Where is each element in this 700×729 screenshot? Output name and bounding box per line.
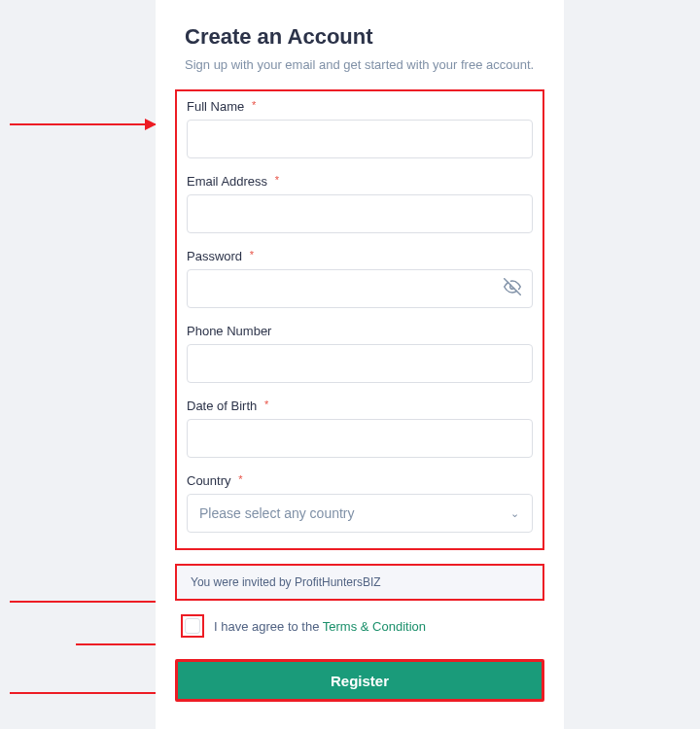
field-dob: Date of Birth *: [187, 399, 533, 458]
password-label: Password *: [187, 249, 533, 263]
full-name-label: Full Name *: [187, 99, 533, 114]
email-input[interactable]: [187, 194, 533, 233]
email-label: Email Address *: [187, 174, 533, 189]
signup-card: Create an Account Sign up with your emai…: [156, 0, 564, 729]
page-title: Create an Account: [185, 24, 535, 50]
field-phone: Phone Number: [187, 324, 533, 383]
password-input-wrapper: [187, 269, 533, 308]
form-fields-group: Full Name * Email Address * Password *: [175, 89, 544, 550]
label-text: Full Name: [187, 99, 244, 114]
required-mark: *: [238, 473, 242, 485]
annotation-arrow: [10, 123, 156, 125]
terms-link[interactable]: Terms & Condition: [323, 619, 426, 634]
field-country: Country * Please select any country ⌄: [187, 473, 533, 533]
label-text: Date of Birth: [187, 399, 257, 413]
label-text: Phone Number: [187, 324, 271, 338]
required-mark: *: [250, 249, 254, 260]
full-name-input[interactable]: [187, 120, 533, 158]
field-email: Email Address *: [187, 174, 533, 233]
label-text: Country: [187, 473, 231, 488]
terms-prefix: I have agree to the: [214, 619, 323, 634]
invite-text: You were invited by ProfitHuntersBIZ: [191, 575, 381, 589]
required-mark: *: [275, 174, 279, 186]
annotation-arrow: [10, 601, 170, 603]
terms-row: I have agree to the Terms & Condition: [181, 614, 535, 638]
checkbox-highlight: [181, 614, 204, 638]
field-full-name: Full Name *: [187, 99, 533, 158]
page-subtitle: Sign up with your email and get started …: [185, 57, 535, 72]
register-button[interactable]: Register: [175, 659, 544, 702]
phone-label: Phone Number: [187, 324, 533, 338]
dob-input[interactable]: [187, 419, 533, 458]
required-mark: *: [252, 99, 256, 111]
phone-input[interactable]: [187, 344, 533, 383]
label-text: Password: [187, 249, 242, 263]
label-text: Email Address: [187, 174, 267, 189]
country-select[interactable]: Please select any country: [187, 494, 533, 533]
terms-text: I have agree to the Terms & Condition: [214, 619, 426, 634]
terms-checkbox[interactable]: [185, 618, 200, 634]
dob-label: Date of Birth *: [187, 399, 533, 413]
field-password: Password *: [187, 249, 533, 308]
country-select-wrapper: Please select any country ⌄: [187, 494, 533, 533]
password-input[interactable]: [187, 269, 533, 308]
required-mark: *: [264, 399, 268, 410]
country-label: Country *: [187, 473, 533, 488]
annotation-arrow: [10, 692, 170, 694]
eye-off-icon[interactable]: [504, 278, 521, 299]
invite-notice: You were invited by ProfitHuntersBIZ: [175, 564, 544, 601]
